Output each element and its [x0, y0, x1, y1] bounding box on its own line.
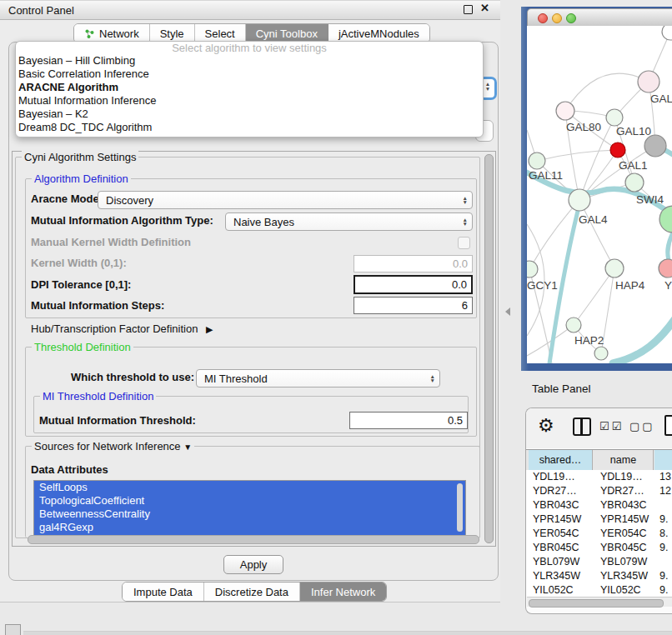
cell-shared: YIL052C: [533, 583, 591, 597]
cell-shared: YLR345W: [533, 569, 591, 583]
node-label-gal4: GAL4: [579, 213, 608, 226]
dropdown-item-dream8[interactable]: Dream8 DC_TDC Algorithm: [16, 121, 483, 134]
node-gal80[interactable]: [556, 102, 574, 120]
column-header-shared[interactable]: shared…: [529, 450, 593, 470]
node-gray[interactable]: [644, 135, 666, 157]
float-window-icon[interactable]: [464, 5, 473, 14]
dropdown-item-basic-correlation[interactable]: Basic Correlation Inference: [16, 68, 483, 81]
cell-name: YDR27…: [600, 484, 654, 498]
mi-threshold-value: 0.5: [448, 414, 463, 427]
table-row[interactable]: YBR045CYBR045C9.: [526, 541, 672, 555]
vertical-scrollbar[interactable]: [484, 154, 494, 543]
column-header-partial[interactable]: [654, 450, 672, 470]
mi-type-value: Naive Bayes: [233, 216, 294, 228]
dpi-tolerance-field[interactable]: 0.0: [354, 275, 473, 294]
table-row[interactable]: YDR27…YDR27…12: [526, 484, 672, 498]
manual-kernel-checkbox[interactable]: [458, 237, 470, 249]
tab-select[interactable]: Select: [195, 24, 246, 42]
tab-discretize-data[interactable]: Discretize Data: [204, 582, 300, 601]
kernel-width-field[interactable]: 0.0: [354, 255, 473, 272]
dropdown-item-bayesian-k2[interactable]: Bayesian – K2: [16, 108, 483, 121]
tab-impute-data[interactable]: Impute Data: [123, 582, 204, 601]
tab-jactivemnodules[interactable]: jActiveMNodules: [328, 24, 429, 42]
attr-item-betweennesscentrality[interactable]: BetweennessCentrality: [34, 508, 465, 521]
node-gal4[interactable]: [569, 189, 590, 211]
mac-zoom-button[interactable]: [566, 13, 576, 23]
attr-item-gal4rgexp[interactable]: gal4RGexp: [34, 521, 465, 534]
unselect-all-columns-icon[interactable]: ▢▢: [629, 420, 655, 432]
dropdown-item-aracne[interactable]: ARACNE Algorithm: [16, 81, 483, 94]
list-vertical-scrollbar[interactable]: [457, 483, 463, 532]
stepper-icon: ▲▼: [463, 196, 468, 205]
which-threshold-combo[interactable]: MI Threshold ▲▼: [196, 369, 440, 388]
node-red-selected[interactable]: [610, 142, 625, 158]
column-header-name[interactable]: name: [594, 450, 654, 470]
control-panel-titlebar: Control Panel: [0, 0, 500, 20]
table-horizontal-scrollbar-thumb[interactable]: [529, 599, 664, 608]
mi-type-combo[interactable]: Naive Bayes ▲▼: [225, 212, 473, 231]
kernel-width-value: 0.0: [453, 258, 468, 270]
algorithm-definition-legend: Algorithm Definition: [32, 172, 131, 185]
cell-name: YBL079W: [600, 555, 654, 569]
split-pane-handle[interactable]: [505, 308, 510, 316]
tab-infer-network[interactable]: Infer Network: [300, 582, 386, 601]
mi-threshold-field[interactable]: 0.5: [349, 412, 468, 429]
table-row[interactable]: YBR043CYBR043C: [526, 498, 672, 512]
export-table-icon[interactable]: [664, 415, 672, 436]
horizontal-scrollbar[interactable]: [28, 535, 479, 544]
node-hap4[interactable]: [605, 259, 624, 278]
attr-item-selfloops[interactable]: SelfLoops: [34, 481, 465, 494]
dropdown-item-bayesian-hill-climbing[interactable]: Bayesian – Hill Climbing: [16, 54, 483, 68]
which-threshold-value: MI Threshold: [204, 372, 268, 385]
close-icon[interactable]: ✕: [480, 2, 489, 14]
expand-down-icon: ▼: [183, 442, 192, 452]
cell-name: YLR345W: [600, 569, 654, 583]
table-row[interactable]: YBL079WYBL079W: [526, 555, 672, 569]
node-bottom[interactable]: [594, 347, 608, 360]
tab-cyni-toolbox[interactable]: Cyni Toolbox: [246, 24, 328, 42]
gear-icon[interactable]: ⚙: [538, 415, 554, 437]
table-row[interactable]: YPR145WYPR145W9.: [526, 512, 672, 527]
table-row[interactable]: YER054CYER054C8.: [526, 527, 672, 541]
mac-close-button[interactable]: [538, 13, 548, 23]
table-row[interactable]: YDL19…YDL19…13: [526, 470, 672, 484]
table-horizontal-scrollbar[interactable]: [527, 597, 672, 607]
data-attributes-label: Data Attributes: [31, 463, 108, 476]
node-gal1[interactable]: [625, 173, 644, 192]
which-threshold-label: Which threshold to use:: [71, 371, 194, 383]
tab-network[interactable]: Network: [74, 24, 150, 42]
sources-legend-toggle[interactable]: Sources for Network Inference ▼: [32, 440, 194, 452]
tab-style[interactable]: Style: [150, 24, 195, 42]
apply-button[interactable]: Apply: [223, 555, 283, 574]
node-label-gal10: GAL10: [616, 125, 651, 138]
hub-tf-definition-toggle[interactable]: Hub/Transcription Factor Definition ▶: [31, 322, 213, 335]
attr-item-topologicalcoefficient[interactable]: TopologicalCoefficient: [34, 494, 465, 508]
select-all-columns-icon[interactable]: ☑☑: [599, 420, 624, 432]
cell-name: YPR145W: [600, 512, 654, 527]
node-label-hap2: HAP2: [574, 334, 604, 347]
node-salmon[interactable]: [659, 259, 672, 278]
node-hap2[interactable]: [566, 318, 581, 332]
node-partial-top[interactable]: [662, 26, 672, 40]
cell-value: [659, 555, 672, 569]
cell-shared: YBL079W: [533, 555, 591, 569]
mi-steps-field[interactable]: 6: [354, 297, 473, 314]
table-row[interactable]: YLR345WYLR345W9.: [526, 569, 672, 583]
node-gcy1[interactable]: [527, 261, 538, 278]
dropdown-item-mutual-information[interactable]: Mutual Information Inference: [16, 94, 483, 108]
mac-minimize-button[interactable]: [552, 13, 562, 23]
aracne-mode-combo[interactable]: Discovery ▲▼: [98, 191, 473, 209]
node-gal-upper[interactable]: [638, 71, 659, 92]
manual-kernel-label: Manual Kernel Width Definition: [31, 236, 191, 248]
dpi-tolerance-label: DPI Tolerance [0,1]:: [31, 278, 131, 291]
table-toolbar: ⚙ ☑☑ ▢▢: [526, 408, 672, 448]
node-gal11[interactable]: [529, 152, 545, 169]
network-canvas[interactable]: GAL GAL80 GAL10 GAL1 GAL11 SWI4 GAL4 GCY…: [527, 26, 672, 363]
network-node-labels: GAL GAL80 GAL10 GAL1 GAL11 SWI4 GAL4 GCY…: [527, 92, 672, 347]
node-gal10[interactable]: [606, 109, 623, 126]
cell-name: YIL052C: [600, 583, 654, 597]
collapsed-panel-icon[interactable]: [5, 624, 21, 635]
column-view-icon[interactable]: [573, 418, 591, 436]
network-window-titlebar[interactable]: [527, 8, 672, 28]
table-row[interactable]: YIL052CYIL052C9.: [526, 583, 672, 597]
